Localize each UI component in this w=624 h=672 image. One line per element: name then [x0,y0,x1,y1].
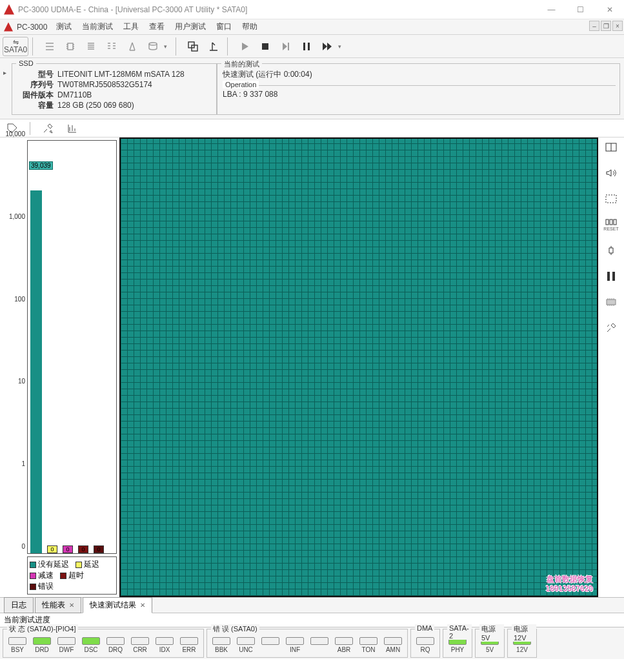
side-pause-icon[interactable] [603,269,619,283]
side-nav-icon[interactable] [603,140,619,154]
led-indicator [57,637,75,645]
pause-button[interactable] [297,37,316,56]
svg-rect-14 [612,272,615,281]
svg-rect-7 [308,43,310,50]
svg-rect-9 [606,195,616,203]
led-label: CRR [133,646,147,653]
tb-chip-icon[interactable] [61,37,80,56]
toolbar: ⇋ SATA0 ▾ ▾ [0,35,624,58]
maximize-button[interactable]: ☐ [566,0,595,19]
led-label: INF [290,646,300,653]
led-item: CRR [130,637,150,655]
tab-results[interactable]: 快速测试结果✕ [83,597,152,613]
side-reset-button[interactable]: RESET [603,218,619,232]
tab-close-icon[interactable]: ✕ [140,602,145,609]
led-indicator [212,637,230,645]
play-button[interactable] [235,37,254,56]
svg-rect-11 [610,219,612,225]
device-firmware: DM7110B [57,90,92,100]
menu-tools[interactable]: 工具 [123,21,139,32]
status-group: 错 误 (SATA0)BBKUNCINFABRTONAMN [206,629,408,658]
menu-window[interactable]: 窗口 [216,21,232,32]
menu-test[interactable]: 测试 [56,21,72,32]
tb-hex-icon[interactable] [102,37,121,56]
gt-chart-icon[interactable] [65,121,79,136]
menu-bar: PC-3000 测试 当前测试 工具 查看 用户测试 窗口 帮助 – ❐ × [0,19,624,35]
category-bar: 0 [63,545,73,553]
status-group-title: 电源 12V [512,624,536,642]
led-label: ABR [337,646,351,653]
tb-db-icon[interactable] [143,37,163,56]
port-button[interactable]: ⇋ SATA0 [3,37,28,56]
svg-rect-4 [262,43,268,50]
led-indicator [384,637,402,645]
tab-close-icon[interactable]: ✕ [69,602,74,609]
led-item: DWF [56,637,77,655]
legend-item: 减速 [30,570,54,581]
side-board-icon[interactable] [603,192,619,206]
svg-rect-5 [288,43,289,50]
mdi-close[interactable]: × [612,21,623,31]
led-label: ERR [182,646,196,653]
ff-dropdown[interactable]: ▾ [338,43,346,50]
svg-point-1 [149,43,157,45]
tb-compass-icon[interactable] [123,37,142,56]
expand-icon[interactable]: ▸ [3,69,11,79]
led-indicator [8,637,26,645]
side-resistor-icon[interactable] [603,243,619,258]
led-indicator [359,637,377,645]
minimize-button[interactable]: — [537,0,566,19]
y-tick: 1 [21,460,25,467]
legend-item: 没有延迟 [30,559,69,570]
led-item [260,637,281,655]
tb-exit-icon[interactable] [204,37,223,56]
led-label: 12V [516,646,528,653]
led-label: UNC [239,646,253,653]
app-label: PC-3000 [17,23,47,32]
led-item: ABR [334,637,354,655]
led-indicator [237,637,255,645]
tab-log[interactable]: 日志 [4,597,34,613]
menu-view[interactable]: 查看 [149,21,165,32]
test-status: 快速测试 (运行中 0:00:04) [223,69,616,80]
menu-user-test[interactable]: 用户测试 [175,21,206,32]
menu-current-test[interactable]: 当前测试 [82,21,113,32]
tb-dropdown[interactable]: ▾ [164,43,172,50]
led-indicator [416,637,434,645]
category-bar: 0 [78,545,88,553]
category-bar: 0 [94,545,104,553]
step-button[interactable] [276,37,296,56]
legend-item: 超时 [60,570,84,581]
gt-tools-icon[interactable] [41,121,55,136]
y-tick: 0 [21,543,25,550]
led-label: DWF [59,646,74,653]
led-label: IDX [159,646,170,653]
tb-list-icon[interactable] [81,37,101,56]
menu-help[interactable]: 帮助 [242,21,257,32]
device-serial: TW0T8MRJ5508532G5174 [57,79,152,90]
histogram-panel: 01101001,00010,000 39,039 0000 没有延迟延迟减速超… [0,137,119,597]
tabs: 日志 性能表✕ 快速测试结果✕ [0,597,624,613]
y-tick: 10 [18,378,25,385]
port-label: SATA0 [4,46,27,54]
operation-label: Operation [223,81,259,88]
side-chip2-icon[interactable] [603,295,619,309]
lba-value: LBA : 9 337 088 [223,87,616,99]
ff-button[interactable] [317,37,337,56]
tab-perf[interactable]: 性能表✕ [35,597,81,613]
led-indicator [261,637,279,645]
mdi-restore[interactable]: ❐ [601,21,611,31]
status-group-title: DMA [415,624,434,632]
close-button[interactable]: ✕ [595,0,624,19]
tb-lines1-icon[interactable] [40,37,59,56]
stop-button[interactable] [256,37,275,56]
side-tools2-icon[interactable] [603,321,619,335]
side-sound-icon[interactable] [603,166,619,180]
status-bar: 状 态 (SATA0)-[PIO4]BSYDRDDWFDSCDRQCRRIDXE… [0,627,624,659]
led-label: RQ [421,646,430,653]
led-label: AMN [386,646,400,653]
led-label: 5V [486,646,494,653]
tb-windows-icon[interactable] [183,37,203,56]
led-indicator [180,637,198,645]
mdi-minimize[interactable]: – [589,21,599,31]
